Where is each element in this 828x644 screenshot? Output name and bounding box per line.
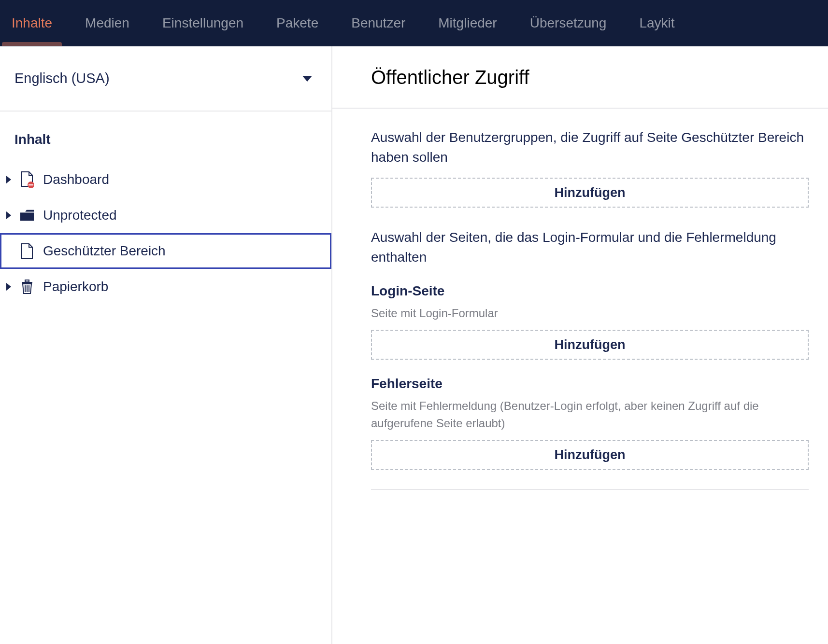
document-blocked-icon <box>20 171 34 188</box>
svg-rect-1 <box>29 184 33 185</box>
tree-item-label: Papierkorb <box>43 279 108 294</box>
login-page-help: Seite mit Login-Formular <box>371 305 809 322</box>
nav-settings[interactable]: Einstellungen <box>160 15 245 31</box>
caret-right-icon <box>6 211 11 219</box>
top-nav: Inhalte Medien Einstellungen Pakete Benu… <box>0 0 828 46</box>
add-login-page-button[interactable]: Hinzufügen <box>371 330 809 360</box>
nav-laykit[interactable]: Laykit <box>637 15 676 31</box>
add-error-page-button[interactable]: Hinzufügen <box>371 440 809 470</box>
nav-translation[interactable]: Übersetzung <box>528 15 609 31</box>
caret-right-icon <box>6 176 11 183</box>
login-page-label: Login-Seite <box>371 283 809 299</box>
nav-packages[interactable]: Pakete <box>274 15 320 31</box>
nav-members[interactable]: Mitglieder <box>436 15 499 31</box>
tree-item-label: Unprotected <box>43 208 117 223</box>
error-page-label: Fehlerseite <box>371 376 809 392</box>
groups-section-label: Auswahl der Benutzergruppen, die Zugriff… <box>371 128 809 167</box>
add-group-button[interactable]: Hinzufügen <box>371 178 809 208</box>
sidebar: Englisch (USA) Inhalt Dashboard <box>0 46 332 644</box>
tree-item-trash[interactable]: Papierkorb <box>0 269 331 305</box>
folder-icon <box>20 209 34 222</box>
pages-section-label: Auswahl der Seiten, die das Login-Formul… <box>371 228 809 267</box>
caret-right-icon <box>6 283 11 291</box>
divider <box>332 108 828 109</box>
tree-item-label: Dashboard <box>43 172 109 187</box>
chevron-down-icon <box>302 76 312 82</box>
nav-content[interactable]: Inhalte <box>10 15 54 31</box>
main-panel: Öffentlicher Zugriff Auswahl der Benutze… <box>332 46 828 644</box>
trash-icon <box>20 279 34 294</box>
tree-item-protected[interactable]: Geschützter Bereich <box>0 233 331 269</box>
tree-item-label: Geschützter Bereich <box>43 243 166 259</box>
tree-item-unprotected[interactable]: Unprotected <box>0 197 331 233</box>
svg-rect-4 <box>25 280 29 282</box>
error-page-help: Seite mit Fehlermeldung (Benutzer-Login … <box>371 397 809 432</box>
content-tree: Dashboard Unprotected <box>0 162 331 305</box>
divider <box>371 489 809 490</box>
nav-media[interactable]: Medien <box>83 15 131 31</box>
nav-users[interactable]: Benutzer <box>349 15 407 31</box>
page-title: Öffentlicher Zugriff <box>371 67 809 88</box>
tree-item-dashboard[interactable]: Dashboard <box>0 162 331 197</box>
language-select-label: Englisch (USA) <box>14 70 110 86</box>
sidebar-section-title: Inhalt <box>0 112 331 162</box>
document-icon <box>20 243 34 259</box>
svg-rect-2 <box>20 212 34 221</box>
language-select[interactable]: Englisch (USA) <box>0 46 331 112</box>
